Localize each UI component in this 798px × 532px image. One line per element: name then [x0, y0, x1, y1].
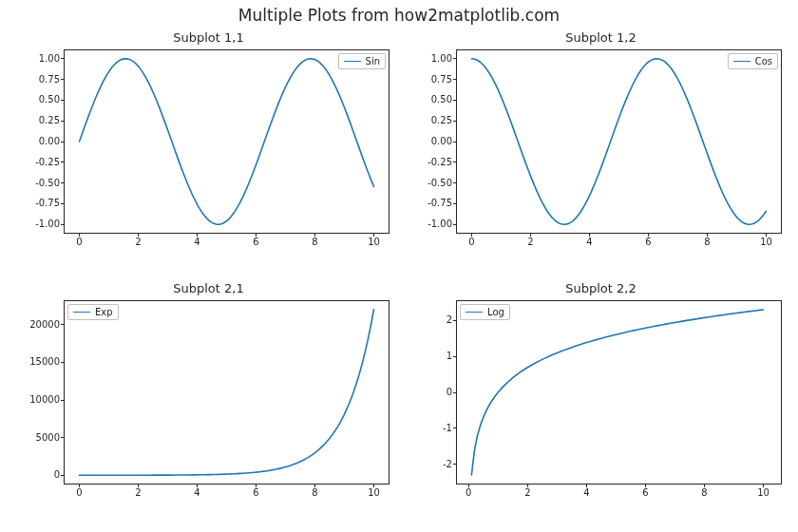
x-tick-mark — [197, 233, 198, 237]
x-tick-mark — [256, 484, 256, 487]
axes-frame: Cos -1.00-0.75-0.50-0.250.000.250.500.75… — [456, 49, 782, 234]
x-tick-label: 6 — [645, 238, 651, 247]
legend-line-icon — [344, 61, 361, 62]
subplot-1-2: Subplot 1,2 Cos -1.00-0.75-0.50-0.250.00… — [414, 49, 788, 256]
x-tick-label: 6 — [253, 238, 258, 247]
y-tick-label: -1.00 — [35, 219, 60, 229]
y-tick-mark — [453, 58, 457, 59]
x-tick-mark — [648, 233, 649, 237]
x-tick-label: 8 — [701, 488, 707, 498]
y-tick-mark — [61, 121, 65, 122]
y-tick-mark — [453, 203, 457, 204]
x-tick-mark — [586, 484, 587, 487]
x-tick-label: 4 — [194, 488, 200, 498]
y-tick-label: -0.25 — [428, 158, 452, 167]
y-tick-mark — [453, 356, 457, 357]
axes-title: Subplot 2,1 — [22, 281, 395, 295]
y-tick-mark — [61, 224, 65, 225]
y-tick-mark — [453, 182, 457, 183]
x-tick-mark — [138, 484, 139, 487]
line-plot — [457, 50, 781, 233]
legend-line-icon — [466, 312, 483, 313]
x-tick-label: 6 — [253, 488, 258, 498]
y-tick-mark — [61, 362, 65, 363]
y-tick-label: 0 — [446, 388, 452, 397]
line-plot — [65, 301, 389, 484]
x-tick-label: 8 — [312, 488, 317, 498]
x-tick-label: 4 — [583, 488, 589, 498]
x-tick-label: 0 — [468, 238, 474, 247]
y-tick-mark — [61, 142, 65, 142]
x-tick-mark — [314, 484, 315, 487]
x-tick-label: 4 — [194, 238, 200, 247]
y-tick-label: -1 — [443, 424, 452, 433]
y-tick-mark — [453, 224, 457, 225]
y-tick-label: 2 — [446, 315, 452, 325]
legend-label: Exp — [95, 307, 113, 317]
x-tick-mark — [471, 233, 472, 237]
y-tick-label: 0.25 — [431, 116, 452, 125]
y-tick-label: -1.00 — [428, 219, 452, 229]
x-tick-mark — [79, 484, 80, 487]
y-tick-mark — [453, 162, 457, 162]
x-tick-label: 2 — [527, 238, 533, 247]
y-tick-label: -0.50 — [35, 179, 60, 188]
y-tick-mark — [61, 475, 65, 476]
x-tick-mark — [373, 233, 374, 237]
y-tick-label: -0.25 — [35, 158, 60, 167]
y-tick-mark — [453, 79, 457, 80]
axes-frame: Sin -1.00-0.75-0.50-0.250.000.250.500.75… — [64, 49, 390, 234]
legend: Sin — [338, 53, 386, 69]
y-tick-label: 0.75 — [431, 75, 452, 85]
x-tick-mark — [197, 484, 198, 487]
y-tick-mark — [61, 400, 65, 401]
x-tick-mark — [704, 484, 705, 487]
x-tick-mark — [589, 233, 590, 237]
y-tick-label: -0.50 — [428, 179, 452, 188]
x-tick-label: 10 — [368, 238, 380, 247]
y-tick-label: 5000 — [36, 433, 60, 443]
y-tick-label: 0.25 — [39, 116, 60, 125]
x-tick-mark — [766, 233, 767, 237]
x-tick-label: 10 — [760, 238, 772, 247]
y-tick-mark — [453, 428, 457, 428]
x-tick-label: 8 — [704, 238, 710, 247]
x-tick-label: 2 — [135, 238, 141, 247]
y-tick-label: -0.75 — [428, 199, 452, 208]
y-tick-label: -2 — [443, 460, 452, 469]
y-tick-label: 0.50 — [39, 95, 60, 104]
y-tick-mark — [61, 437, 65, 438]
line-plot — [65, 50, 389, 233]
y-tick-label: 20000 — [29, 320, 60, 330]
y-tick-mark — [453, 392, 457, 393]
x-tick-label: 4 — [586, 238, 592, 247]
x-tick-mark — [373, 484, 374, 487]
legend-label: Cos — [755, 56, 772, 66]
x-tick-label: 6 — [642, 488, 648, 498]
subplot-2-2: Subplot 2,2 Log -2-10120246810 — [414, 300, 788, 507]
y-tick-label: 0 — [54, 470, 60, 480]
figure-suptitle: Multiple Plots from how2matplotlib.com — [0, 6, 798, 25]
x-tick-mark — [530, 233, 531, 237]
x-tick-mark — [314, 233, 315, 237]
y-tick-mark — [61, 100, 65, 101]
y-tick-label: 0.00 — [39, 137, 60, 146]
axes-frame: Exp 050001000015000200000246810 — [64, 300, 390, 484]
y-tick-mark — [61, 203, 65, 204]
y-tick-label: 15000 — [29, 357, 60, 367]
axes-title: Subplot 1,2 — [414, 30, 788, 45]
y-tick-mark — [453, 464, 457, 465]
x-tick-label: 0 — [76, 238, 82, 247]
x-tick-mark — [138, 233, 139, 237]
y-tick-label: 1 — [446, 352, 452, 361]
legend-line-icon — [73, 312, 90, 313]
y-tick-label: 0.00 — [431, 137, 452, 146]
legend-line-icon — [733, 61, 750, 62]
x-tick-mark — [527, 484, 528, 487]
y-tick-label: 10000 — [29, 395, 60, 405]
subplot-1-1: Subplot 1,1 Sin -1.00-0.75-0.50-0.250.00… — [22, 49, 395, 256]
x-tick-label: 10 — [368, 488, 380, 498]
x-tick-label: 2 — [135, 488, 141, 498]
y-tick-mark — [453, 142, 457, 142]
y-tick-label: -0.75 — [35, 199, 60, 208]
